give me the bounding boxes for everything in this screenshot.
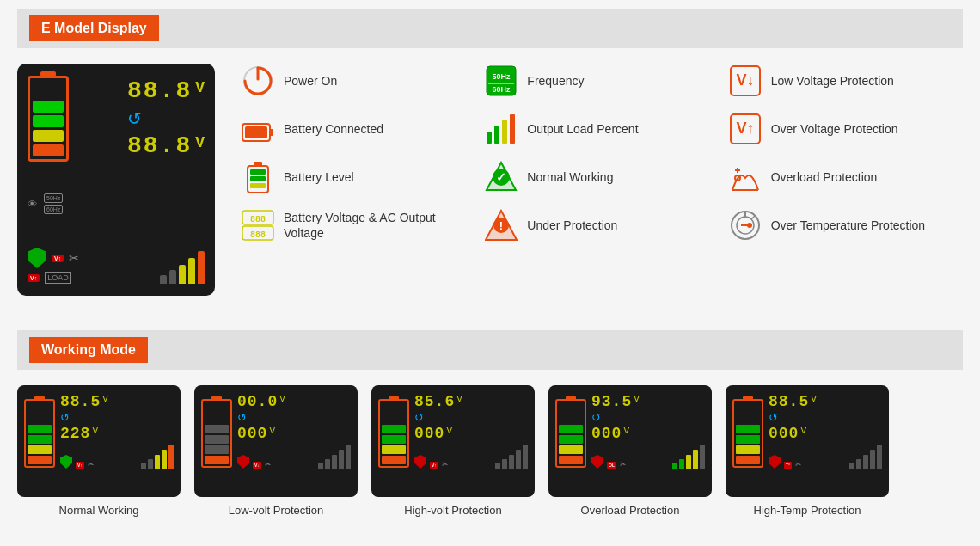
mlb3-ht	[863, 455, 868, 469]
mini-bottom-overload: OL ✂	[591, 445, 705, 469]
mini-right-hightemp: 88.5 V ↺ 000 V T° ✂	[769, 394, 882, 488]
vt-badge-1: V↑	[52, 255, 64, 262]
over-voltage-icon: V↑	[728, 112, 763, 146]
mini-bar-y	[28, 445, 52, 454]
card-label-overload: Overload Protection	[581, 504, 680, 517]
mini-scissors: ✂	[88, 460, 95, 469]
mlb5-lv	[346, 445, 351, 469]
mlb5	[168, 445, 174, 469]
load-bar-4	[188, 258, 195, 284]
mlb5-ol	[700, 445, 705, 469]
svg-rect-18	[254, 162, 262, 167]
mini-bar-g1	[28, 425, 52, 433]
mini-num-row-top-ol: 93.5 V	[591, 394, 705, 409]
mini-scissors-lv: ✂	[265, 460, 272, 469]
mini-charge-icon-ht: ↺	[769, 411, 778, 424]
lcd-row-bot: 88.8 V	[127, 134, 205, 158]
freq-badge-60: 60Hz	[44, 205, 63, 214]
mini-num-bot-ol: 000	[591, 426, 622, 441]
mini-charge-icon-lv: ↺	[237, 411, 247, 424]
mini-num-top-ol: 93.5	[591, 394, 632, 409]
mini-bar-r	[28, 456, 52, 464]
shield-icon-lcd	[28, 248, 46, 268]
mini-lcd-normal: 88.5 V ↺ 228 V V↑ ✂	[17, 385, 181, 497]
working-title: Working Mode	[29, 337, 148, 363]
icon-row-vt: V↑ LOAD	[28, 272, 79, 284]
svg-rect-10	[245, 126, 267, 138]
working-card-highvolt: 85.6 V ↺ 000 V V↑ ✂	[371, 385, 535, 517]
mini-bar-r-lv	[205, 456, 229, 464]
icon-item-battery-level: Battery Level	[241, 160, 475, 194]
mlb2	[148, 459, 153, 469]
mlb3-hv	[509, 455, 514, 469]
svg-text:888: 888	[250, 230, 266, 240]
mini-charge-icon-ol: ↺	[591, 411, 601, 424]
mini-shield-ol	[591, 455, 603, 469]
mlb2-lv	[325, 459, 330, 469]
power-on-icon	[241, 64, 275, 98]
low-voltage-icon: V↓	[728, 64, 763, 98]
mini-bar-g2-hv	[382, 435, 406, 444]
mini-num-top-hv: 85.6	[414, 394, 455, 409]
load-bar-3	[179, 265, 186, 284]
mini-num-row-bot-ht: 000 V	[769, 426, 882, 441]
battery-connected-label: Battery Connected	[284, 121, 383, 137]
freq-badge-50: 50Hz	[44, 193, 63, 203]
mini-bar-g1-ht	[736, 425, 760, 433]
over-voltage-label: Over Voltage Protection	[771, 121, 898, 137]
mini-bottom-lowvolt: V↓ ✂	[237, 445, 351, 469]
mini-bottom-normal: V↑ ✂	[60, 445, 174, 469]
mini-unit-top: V	[102, 394, 108, 404]
mini-vt-lv: V↓	[253, 462, 261, 469]
mini-unit-top-hv: V	[456, 394, 462, 404]
svg-text:✓: ✓	[496, 170, 506, 184]
mini-shield-ht	[769, 455, 781, 469]
mlb5-ht	[877, 445, 882, 469]
working-card-lowvolt: 00.0 V ↺ 000 V V↓ ✂	[194, 385, 358, 517]
mini-lcd-overload: 93.5 V ↺ 000 V OL ✂	[548, 385, 712, 497]
mini-bar-g2-ht	[736, 435, 760, 444]
svg-rect-19	[250, 169, 266, 175]
battery-bar-red	[33, 144, 64, 156]
mini-battery-highvolt	[378, 399, 409, 468]
mini-bottom-highvolt: V↑ ✂	[414, 445, 528, 469]
battery-connected-icon	[241, 112, 275, 146]
battery-level-icon	[241, 160, 275, 194]
mini-charge-icon: ↺	[60, 411, 70, 424]
mini-shield-lv	[237, 455, 249, 469]
svg-rect-13	[502, 120, 507, 144]
mlb2-hv	[502, 459, 507, 469]
scissors-icon: ✂	[69, 251, 79, 265]
mini-num-row-bot-ol: 000 V	[591, 426, 705, 441]
svg-text:60Hz: 60Hz	[493, 85, 511, 94]
mini-bar-g2-lv	[205, 435, 229, 444]
over-temp-icon	[728, 208, 763, 242]
mini-battery-normal	[24, 399, 55, 468]
mini-charge-row-ht: ↺	[769, 411, 882, 424]
under-protection-icon: !	[484, 208, 518, 242]
icon-item-frequency: 50Hz 60Hz Frequency	[484, 64, 719, 98]
working-section-bar: Working Mode	[17, 330, 963, 370]
mini-charge-row-ol: ↺	[591, 411, 705, 424]
mini-num-bot-ht: 000	[769, 426, 799, 441]
mini-num-row-top-hv: 85.6 V	[414, 394, 528, 409]
under-protection-label: Under Protection	[527, 218, 617, 233]
mini-bottom-hightemp: T° ✂	[769, 445, 882, 469]
svg-rect-12	[494, 126, 499, 144]
mini-scissors-hv: ✂	[442, 460, 449, 469]
mini-bar-y-ht	[736, 445, 760, 454]
mlb1-ht	[849, 463, 854, 469]
frequency-label: Frequency	[527, 73, 584, 89]
over-temp-label: Over Temperature Protection	[771, 218, 926, 233]
mini-bar-g2	[28, 435, 52, 444]
mlb3	[155, 455, 160, 469]
mini-bar-g2-ol	[559, 435, 583, 444]
battery-bar-yellow	[33, 130, 64, 142]
mini-battery-hightemp	[732, 399, 763, 468]
lcd-unit-top: V	[195, 79, 205, 96]
svg-rect-20	[250, 176, 266, 181]
mini-num-bot-lv: 000	[237, 426, 267, 441]
mlb2-ht	[856, 459, 861, 469]
mini-charge-row: ↺	[60, 411, 174, 424]
battery-voltage-label: Battery Voltage & AC Output Voltage	[284, 210, 475, 241]
